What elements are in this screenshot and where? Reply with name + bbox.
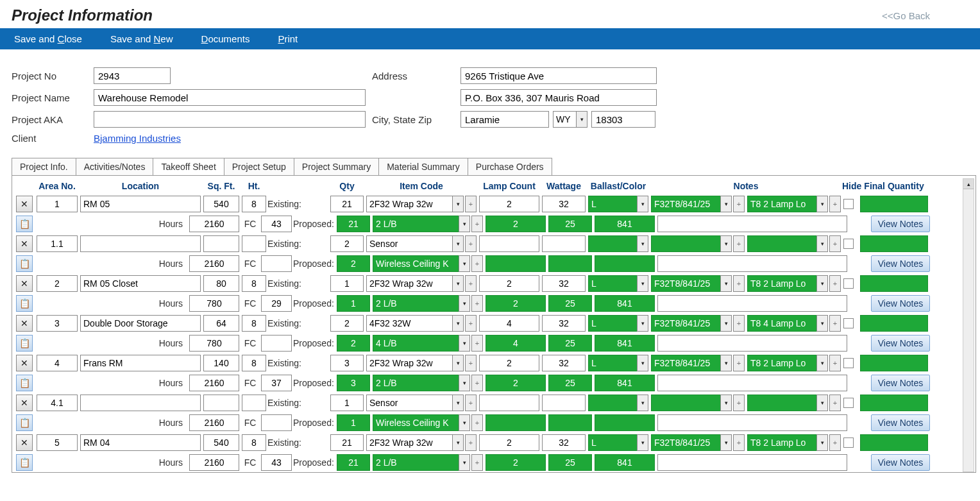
area-input[interactable] — [37, 196, 78, 212]
item-select[interactable] — [366, 434, 452, 451]
notes-proposed[interactable] — [657, 414, 847, 431]
ht-input[interactable] — [242, 196, 266, 212]
chevron-down-icon[interactable]: ▾ — [720, 355, 732, 371]
add-icon[interactable]: + — [471, 295, 483, 312]
lamp-proposed[interactable] — [486, 255, 546, 272]
item-proposed[interactable] — [373, 216, 459, 232]
ht-input[interactable] — [242, 235, 266, 252]
ballast-proposed[interactable] — [595, 335, 655, 352]
add-icon[interactable]: + — [465, 355, 477, 371]
fc-input[interactable] — [261, 414, 292, 431]
add-icon[interactable]: + — [465, 196, 477, 212]
qty-proposed[interactable] — [337, 414, 370, 431]
item-select[interactable] — [366, 196, 452, 212]
ht-input[interactable] — [242, 434, 266, 451]
lamp-input[interactable] — [479, 315, 539, 332]
notes1-select[interactable] — [651, 275, 720, 292]
add-icon[interactable]: + — [733, 315, 745, 332]
notes2-select[interactable] — [747, 235, 816, 252]
lamp-proposed[interactable] — [486, 216, 546, 232]
item-select[interactable] — [366, 395, 452, 411]
address1-input[interactable] — [460, 67, 657, 84]
ballast-select[interactable] — [588, 315, 637, 332]
location-input[interactable] — [80, 196, 201, 212]
watt-input[interactable] — [542, 275, 586, 292]
add-icon[interactable]: + — [465, 395, 477, 411]
location-input[interactable] — [80, 315, 201, 332]
qty-input[interactable] — [330, 434, 364, 451]
vertical-scrollbar[interactable]: ▴ — [963, 178, 974, 472]
view-notes-button[interactable]: View Notes — [871, 295, 931, 312]
item-proposed[interactable] — [373, 335, 459, 352]
view-notes-button[interactable]: View Notes — [871, 454, 931, 471]
city-input[interactable] — [460, 111, 549, 128]
ballast-select[interactable] — [588, 196, 637, 212]
item-proposed[interactable] — [373, 454, 459, 471]
notes1-select[interactable] — [651, 395, 720, 411]
chevron-down-icon[interactable]: ▾ — [720, 434, 732, 451]
fc-input[interactable] — [261, 335, 292, 352]
item-select[interactable] — [366, 235, 452, 252]
area-input[interactable] — [37, 355, 78, 371]
add-icon[interactable]: + — [829, 235, 841, 252]
notes1-select[interactable] — [651, 235, 720, 252]
add-icon[interactable]: + — [471, 454, 483, 471]
hours-input[interactable] — [189, 335, 239, 352]
area-input[interactable] — [37, 275, 78, 292]
lamp-proposed[interactable] — [486, 454, 546, 471]
copy-icon[interactable]: 📋 — [16, 216, 33, 232]
fc-input[interactable] — [261, 255, 292, 272]
chevron-down-icon[interactable]: ▾ — [816, 196, 828, 212]
hide-checkbox[interactable] — [843, 398, 854, 408]
chevron-down-icon[interactable]: ▾ — [452, 275, 464, 292]
watt-input[interactable] — [542, 196, 586, 212]
hide-checkbox[interactable] — [843, 358, 854, 368]
notes2-select[interactable] — [747, 395, 816, 411]
sqft-input[interactable] — [203, 235, 239, 252]
chevron-down-icon[interactable]: ▾ — [637, 235, 648, 252]
qty-input[interactable] — [330, 395, 364, 411]
fc-input[interactable] — [261, 454, 292, 471]
chevron-down-icon[interactable]: ▾ — [816, 235, 828, 252]
qty-input[interactable] — [330, 275, 364, 292]
copy-icon[interactable]: 📋 — [16, 375, 33, 391]
ht-input[interactable] — [242, 315, 266, 332]
add-icon[interactable]: + — [829, 275, 841, 292]
watt-input[interactable] — [542, 235, 586, 252]
ballast-select[interactable] — [588, 395, 637, 411]
hide-checkbox[interactable] — [843, 199, 854, 209]
chevron-down-icon[interactable]: ▾ — [720, 395, 732, 411]
qty-proposed[interactable] — [337, 216, 370, 232]
delete-icon[interactable]: ✕ — [16, 355, 33, 371]
watt-proposed[interactable] — [548, 454, 592, 471]
chevron-down-icon[interactable]: ▾ — [816, 395, 828, 411]
fc-input[interactable] — [261, 216, 292, 232]
project-no-input[interactable] — [94, 67, 171, 84]
tab-project-info-[interactable]: Project Info. — [12, 158, 76, 175]
tab-takeoff-sheet[interactable]: Takeoff Sheet — [153, 158, 224, 175]
chevron-down-icon[interactable]: ▾ — [459, 375, 470, 391]
hours-input[interactable] — [189, 414, 239, 431]
qty-proposed[interactable] — [337, 255, 370, 272]
chevron-down-icon[interactable]: ▾ — [637, 275, 648, 292]
watt-input[interactable] — [542, 395, 586, 411]
add-icon[interactable]: + — [471, 414, 483, 431]
client-link[interactable]: Bjamming Industries — [94, 133, 181, 144]
add-icon[interactable]: + — [465, 235, 477, 252]
watt-proposed[interactable] — [548, 414, 592, 431]
copy-icon[interactable]: 📋 — [16, 414, 33, 431]
ballast-proposed[interactable] — [595, 255, 655, 272]
notes1-select[interactable] — [651, 196, 720, 212]
item-select[interactable] — [366, 315, 452, 332]
lamp-input[interactable] — [479, 355, 539, 371]
chevron-down-icon[interactable]: ▾ — [816, 434, 828, 451]
chevron-down-icon[interactable]: ▾ — [459, 414, 470, 431]
qty-proposed[interactable] — [337, 295, 370, 312]
area-input[interactable] — [37, 434, 78, 451]
lamp-input[interactable] — [479, 395, 539, 411]
lamp-proposed[interactable] — [486, 295, 546, 312]
view-notes-button[interactable]: View Notes — [871, 375, 931, 391]
location-input[interactable] — [80, 275, 201, 292]
sqft-input[interactable] — [203, 275, 239, 292]
location-input[interactable] — [80, 355, 201, 371]
